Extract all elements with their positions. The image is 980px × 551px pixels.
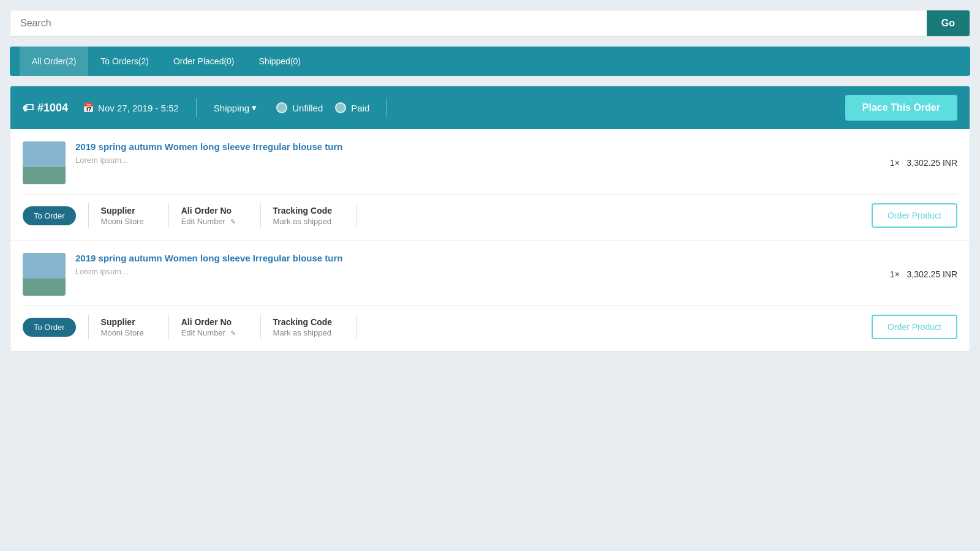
item-actions: To Order Supplier Mooni Store Ali Order … <box>23 194 957 228</box>
tab-bar: All Order(2) To Orders(2) Order Placed(0… <box>10 47 970 76</box>
item-info: 2019 spring autumn Women long sleeve Irr… <box>75 141 880 165</box>
item-title[interactable]: 2019 spring autumn Women long sleeve Irr… <box>75 253 880 263</box>
unfilled-circle <box>276 102 287 113</box>
shipping-label: Shipping <box>214 103 249 113</box>
ali-order-col: Ali Order No Edit Number ✎ <box>181 317 248 337</box>
edit-icon: ✎ <box>230 218 236 225</box>
search-go-button[interactable]: Go <box>927 10 970 36</box>
order-id: 🏷 #1004 <box>23 102 68 114</box>
tracking-col: Tracking Code Mark as shipped <box>273 317 344 337</box>
supplier-label: Supplier <box>101 317 144 327</box>
chevron-down-icon: ▾ <box>252 102 257 113</box>
order-product-button[interactable]: Order Product <box>872 203 957 228</box>
supplier-label: Supplier <box>101 206 144 216</box>
status-paid: Paid <box>335 102 369 113</box>
ali-order-label: Ali Order No <box>181 317 236 327</box>
ali-order-col: Ali Order No Edit Number ✎ <box>181 206 248 226</box>
tracking-label: Tracking Code <box>273 317 332 327</box>
tab-all-orders[interactable]: All Order(2) <box>20 47 88 76</box>
item-price-value: 3,302.25 INR <box>907 158 958 168</box>
supplier-col: Supplier Mooni Store <box>101 206 156 226</box>
to-order-button[interactable]: To Order <box>23 318 76 337</box>
ali-order-value[interactable]: Edit Number ✎ <box>181 328 236 337</box>
item-quantity: 1× <box>890 269 900 279</box>
order-id-value: #1004 <box>37 102 68 114</box>
tracking-col: Tracking Code Mark as shipped <box>273 206 344 226</box>
order-card: 🏷 #1004 📅 Nov 27, 2019 - 5:52 Shipping ▾… <box>10 86 970 352</box>
action-sep-4 <box>356 203 357 228</box>
tab-order-placed[interactable]: Order Placed(0) <box>161 47 247 76</box>
paid-circle <box>335 102 346 113</box>
supplier-col: Supplier Mooni Store <box>101 317 156 337</box>
unfilled-label: Unfilled <box>292 103 323 113</box>
status-group: Unfilled Paid <box>276 102 369 113</box>
to-order-button[interactable]: To Order <box>23 206 76 225</box>
item-quantity: 1× <box>890 158 900 168</box>
order-items: 2019 spring autumn Women long sleeve Irr… <box>10 129 970 351</box>
item-description: Lorem ipsum... <box>75 156 880 165</box>
item-price: 1× 3,302.25 INR <box>890 269 957 279</box>
tracking-value[interactable]: Mark as shipped <box>273 217 332 226</box>
action-sep-3 <box>260 315 261 339</box>
status-unfilled: Unfilled <box>276 102 323 113</box>
order-date: 📅 Nov 27, 2019 - 5:52 <box>83 102 179 113</box>
place-order-button[interactable]: Place This Order <box>845 95 957 121</box>
tag-icon: 🏷 <box>23 102 34 114</box>
tab-to-orders[interactable]: To Orders(2) <box>88 47 161 76</box>
action-sep-1 <box>88 315 89 339</box>
tab-shipped[interactable]: Shipped(0) <box>247 47 314 76</box>
ali-order-value[interactable]: Edit Number ✎ <box>181 217 236 226</box>
order-item: 2019 spring autumn Women long sleeve Irr… <box>10 241 970 351</box>
action-sep-2 <box>168 315 169 339</box>
item-info: 2019 spring autumn Women long sleeve Irr… <box>75 253 880 276</box>
action-sep-3 <box>260 203 261 228</box>
ali-order-label: Ali Order No <box>181 206 236 216</box>
order-header: 🏷 #1004 📅 Nov 27, 2019 - 5:52 Shipping ▾… <box>10 86 970 129</box>
item-title[interactable]: 2019 spring autumn Women long sleeve Irr… <box>75 141 880 152</box>
item-actions: To Order Supplier Mooni Store Ali Order … <box>23 305 957 339</box>
item-description: Lorem ipsum... <box>75 267 880 276</box>
item-thumbnail <box>23 141 66 184</box>
action-sep-1 <box>88 203 89 228</box>
tracking-label: Tracking Code <box>273 206 332 216</box>
search-input[interactable] <box>10 10 927 36</box>
order-item: 2019 spring autumn Women long sleeve Irr… <box>10 129 970 241</box>
supplier-value: Mooni Store <box>101 217 144 226</box>
header-separator-1 <box>196 99 197 117</box>
item-top-row: 2019 spring autumn Women long sleeve Irr… <box>23 141 957 184</box>
paid-label: Paid <box>351 103 369 113</box>
item-price-value: 3,302.25 INR <box>907 269 958 279</box>
order-date-value: Nov 27, 2019 - 5:52 <box>98 103 179 113</box>
action-sep-4 <box>356 315 357 339</box>
calendar-icon: 📅 <box>83 102 94 113</box>
item-price: 1× 3,302.25 INR <box>890 158 957 168</box>
edit-icon: ✎ <box>230 329 236 337</box>
supplier-value: Mooni Store <box>101 328 144 337</box>
header-separator-2 <box>386 99 387 117</box>
order-product-button[interactable]: Order Product <box>872 315 957 339</box>
action-sep-2 <box>168 203 169 228</box>
search-bar: Go <box>10 10 970 37</box>
item-thumbnail <box>23 253 66 296</box>
item-top-row: 2019 spring autumn Women long sleeve Irr… <box>23 253 957 296</box>
shipping-dropdown[interactable]: Shipping ▾ <box>214 102 257 113</box>
tracking-value[interactable]: Mark as shipped <box>273 328 332 337</box>
